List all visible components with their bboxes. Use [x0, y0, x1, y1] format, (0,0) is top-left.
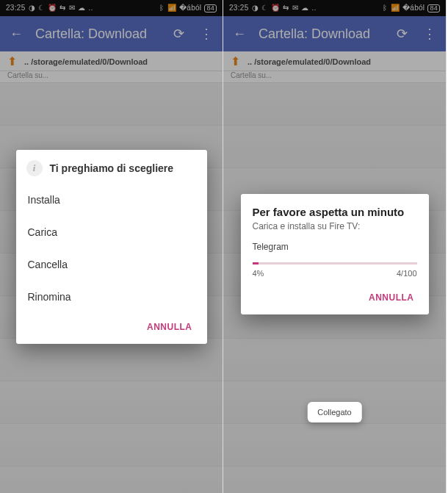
info-icon: i	[26, 160, 43, 176]
progress-count: 4/100	[397, 269, 417, 278]
progress-item-name: Telegram	[253, 242, 417, 252]
option-install[interactable]: Installa	[16, 184, 207, 216]
progress-percent: 4%	[253, 269, 264, 278]
cancel-button[interactable]: ANNULLA	[363, 288, 420, 307]
choose-dialog: i Ti preghiamo di scegliere Installa Car…	[16, 150, 207, 344]
progress-bar	[253, 262, 417, 265]
cancel-button[interactable]: ANNULLA	[141, 317, 198, 337]
phone-left: 23:25 ◑ ☾ ⏰ ⇆ ✉ ☁ ‥ ᛒ 📶 �ából 84 ← Carte…	[0, 0, 223, 493]
option-rename[interactable]: Rinomina	[16, 281, 207, 313]
choose-dialog-title: Ti preghiamo di scegliere	[50, 162, 174, 174]
option-delete[interactable]: Cancella	[16, 248, 207, 281]
progress-dialog-subtitle: Carica e installa su Fire TV:	[253, 221, 417, 231]
progress-dialog: Per favore aspetta un minuto Carica e in…	[241, 194, 429, 314]
option-load[interactable]: Carica	[16, 216, 207, 248]
phone-right: 23:25 ◑ ☾ ⏰ ⇆ ✉ ☁ ‥ ᛒ 📶 �ából 84 ← Carte…	[223, 0, 447, 493]
progress-dialog-title: Per favore aspetta un minuto	[253, 206, 417, 218]
toast-connected: Collegato	[307, 402, 361, 422]
